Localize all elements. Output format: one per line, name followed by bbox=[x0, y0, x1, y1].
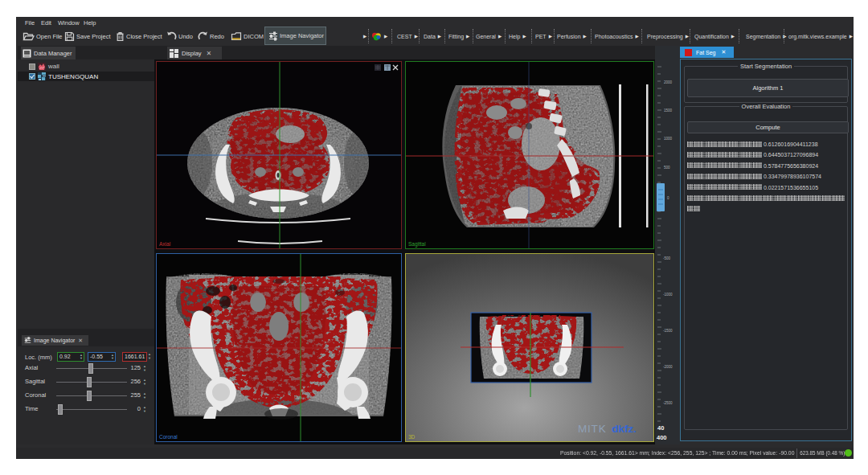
svg-text:-1500: -1500 bbox=[663, 329, 673, 333]
svg-text:500: 500 bbox=[664, 166, 670, 170]
svg-text:-2000: -2000 bbox=[663, 365, 673, 369]
svg-text:1500: 1500 bbox=[664, 109, 673, 113]
svg-text:Sagittal: Sagittal bbox=[408, 241, 426, 248]
svg-text:-1000: -1000 bbox=[663, 293, 673, 297]
svg-text:Axial: Axial bbox=[159, 241, 171, 247]
svg-text:MITK: MITK bbox=[578, 423, 606, 435]
svg-text:1000: 1000 bbox=[664, 137, 673, 141]
svg-text:0: 0 bbox=[667, 196, 669, 200]
svg-text:Coronal: Coronal bbox=[159, 434, 178, 440]
svg-text:dkfz.: dkfz. bbox=[612, 423, 637, 435]
svg-text:40: 40 bbox=[657, 424, 664, 432]
svg-text:3D: 3D bbox=[408, 434, 416, 440]
svg-text:-2500: -2500 bbox=[663, 401, 673, 405]
svg-text:400: 400 bbox=[657, 434, 667, 441]
svg-text:2000: 2000 bbox=[664, 80, 673, 84]
svg-text:-500: -500 bbox=[663, 256, 671, 260]
